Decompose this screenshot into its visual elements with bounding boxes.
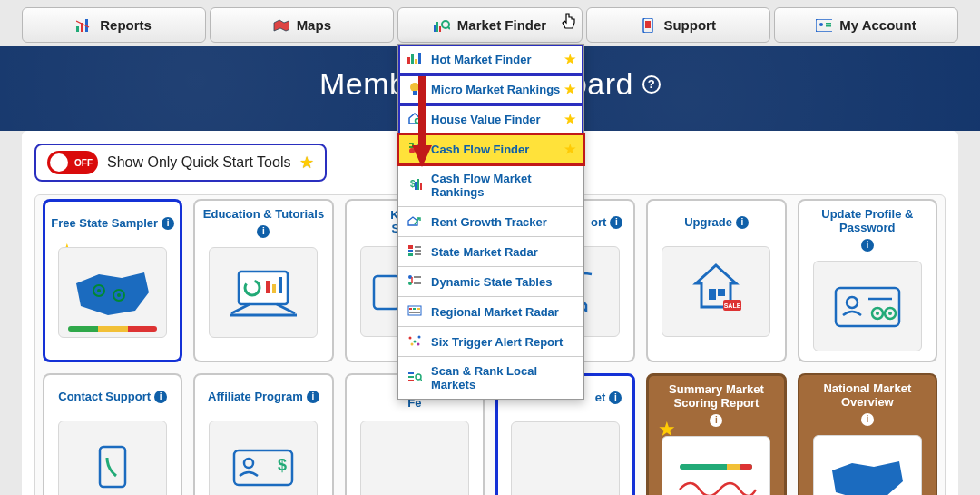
toggle-state-text: OFF	[74, 158, 93, 168]
svg-point-15	[97, 289, 101, 292]
svg-point-17	[117, 293, 121, 297]
card-illustration	[209, 247, 318, 338]
info-icon[interactable]: i	[710, 414, 722, 427]
quick-start-toggle-bar: OFF Show Only Quick Start Tools ★	[34, 144, 327, 182]
card-national-overview[interactable]: National Market Overview i	[798, 373, 937, 495]
svg-rect-59	[408, 245, 413, 249]
svg-rect-72	[416, 308, 420, 310]
flame-icon	[407, 52, 424, 66]
dd-micro-market-rankings[interactable]: Micro Market Rankings ★	[398, 74, 583, 104]
dd-six-trigger-alert[interactable]: Six Trigger Alert Report	[398, 327, 583, 357]
svg-line-7	[448, 27, 450, 29]
info-icon[interactable]: i	[162, 217, 174, 230]
top-nav: Reports Maps Market Finder Support My Ac…	[0, 0, 980, 46]
info-icon[interactable]: i	[609, 391, 622, 404]
info-icon[interactable]: i	[257, 225, 270, 238]
card-free-state-sampler[interactable]: Free State Sampler i ★	[43, 199, 182, 362]
card-title: Update Profile & Password	[805, 208, 930, 235]
svg-rect-63	[415, 250, 421, 252]
svg-rect-4	[436, 22, 438, 32]
svg-rect-47	[415, 59, 417, 64]
card-summary-scoring[interactable]: Summary Market Scoring Report i ★	[646, 373, 786, 495]
dd-label: Regional Market Radar	[431, 305, 559, 319]
svg-point-77	[411, 343, 414, 346]
svg-rect-13	[826, 25, 831, 27]
info-icon[interactable]: i	[307, 391, 319, 403]
quick-start-toggle[interactable]: OFF	[47, 151, 98, 174]
cash-flow-icon	[407, 142, 424, 156]
card-illustration: SALE	[662, 246, 770, 337]
card-title: Free State Sampler	[51, 217, 158, 231]
nav-support[interactable]: Support	[586, 7, 770, 43]
dollar-bars-icon: $	[407, 178, 424, 193]
dd-scan-rank-local[interactable]: Scan & Rank Local Markets	[398, 357, 583, 399]
card-illustration	[511, 421, 620, 495]
info-icon[interactable]: i	[610, 216, 622, 229]
svg-rect-62	[415, 246, 421, 248]
dd-house-value-finder[interactable]: House Value Finder ★	[398, 104, 583, 134]
svg-rect-26	[374, 276, 399, 309]
svg-rect-69	[408, 306, 421, 315]
svg-rect-28	[718, 289, 725, 296]
svg-rect-5	[439, 26, 441, 32]
dd-dynamic-state-tables[interactable]: Dynamic State Tables	[398, 267, 583, 297]
card-affiliate-program[interactable]: Affiliate Program i $	[193, 373, 333, 495]
svg-point-49	[410, 83, 419, 92]
dd-hot-market-finder[interactable]: Hot Market Finder ★	[398, 45, 583, 74]
svg-rect-81	[408, 380, 414, 381]
dd-label: Dynamic State Tables	[431, 275, 552, 289]
scan-rank-icon	[407, 371, 424, 385]
card-title: Affiliate Program	[208, 391, 303, 404]
nav-my-account[interactable]: My Account	[774, 7, 958, 43]
dd-label: Micro Market Rankings	[431, 83, 560, 96]
map-icon	[273, 18, 289, 33]
dd-label: Cash Flow Finder	[431, 143, 529, 156]
card-illustration: $	[209, 421, 318, 495]
dd-label: House Value Finder	[431, 113, 541, 126]
info-icon[interactable]: i	[861, 413, 874, 426]
alert-chart-icon	[407, 334, 424, 349]
svg-rect-43	[727, 464, 740, 470]
dd-label: Rent Growth Tracker	[431, 215, 547, 229]
info-icon[interactable]: i	[154, 391, 167, 403]
svg-point-11	[819, 23, 823, 26]
dd-regional-market-radar[interactable]: Regional Market Radar	[398, 297, 583, 327]
card-education-tutorials[interactable]: Education & Tutorials i	[193, 199, 333, 362]
dd-cash-flow-rankings[interactable]: $ Cash Flow Market Rankings	[398, 164, 583, 207]
dd-state-market-radar[interactable]: State Market Radar	[398, 237, 583, 267]
card-contact-support[interactable]: Contact Support i	[43, 373, 182, 495]
page-title-left: Memb	[319, 66, 407, 102]
svg-line-83	[420, 379, 422, 381]
svg-rect-48	[418, 53, 421, 64]
svg-point-40	[244, 459, 253, 468]
info-icon[interactable]: i	[736, 216, 749, 229]
card-upgrade[interactable]: Upgrade i SALE	[646, 199, 786, 362]
nav-label: Maps	[297, 17, 331, 33]
svg-rect-80	[408, 376, 414, 378]
svg-rect-45	[407, 57, 410, 64]
card-illustration	[813, 261, 922, 351]
nav-label: My Account	[839, 17, 916, 33]
id-card-icon	[816, 18, 832, 33]
svg-text:$: $	[278, 456, 287, 474]
magnify-bars-icon	[434, 18, 450, 33]
help-icon[interactable]: ?	[642, 75, 661, 94]
nav-maps[interactable]: Maps	[210, 7, 394, 43]
svg-rect-3	[434, 25, 436, 32]
card-title: et	[595, 391, 606, 405]
svg-line-23	[231, 304, 250, 313]
nav-reports[interactable]: Reports	[22, 7, 206, 43]
svg-rect-44	[740, 464, 752, 470]
svg-rect-57	[417, 179, 419, 190]
info-icon[interactable]: i	[861, 239, 874, 252]
dd-label: Cash Flow Market Rankings	[431, 172, 574, 199]
svg-rect-0	[76, 26, 79, 32]
svg-rect-38	[100, 447, 125, 487]
card-title: National Market Overview	[805, 382, 930, 410]
card-update-profile[interactable]: Update Profile & Password i	[798, 199, 937, 362]
dd-rent-growth-tracker[interactable]: Rent Growth Tracker	[398, 207, 583, 237]
nav-market-finder[interactable]: Market Finder	[397, 7, 582, 43]
market-finder-dropdown: Hot Market Finder ★ Micro Market Ranking…	[397, 44, 584, 400]
svg-rect-61	[408, 253, 413, 256]
dd-cash-flow-finder[interactable]: Cash Flow Finder ★	[398, 134, 583, 164]
